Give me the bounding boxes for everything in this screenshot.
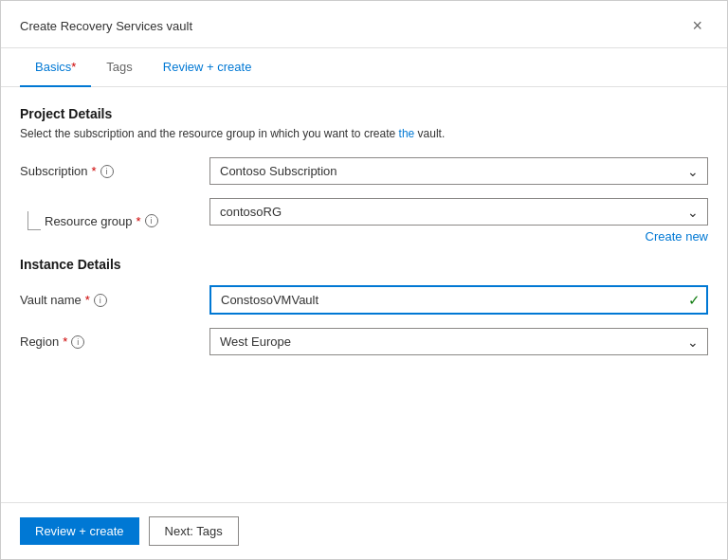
vault-name-input-wrapper: ✓ [209, 285, 708, 315]
subscription-control: Contoso Subscription [209, 157, 708, 185]
subscription-group: Subscription * i Contoso Subscription [20, 157, 708, 185]
region-dropdown[interactable]: West Europe [209, 328, 708, 355]
vault-name-label: Vault name * i [20, 293, 209, 307]
footer: Review + create Next: Tags [1, 502, 727, 559]
resource-group-group: Resource group * i contosoRG Create new [20, 198, 708, 244]
project-details-section: Project Details Select the subscription … [20, 106, 708, 244]
subscription-info-icon[interactable]: i [100, 165, 114, 178]
subscription-dropdown[interactable]: Contoso Subscription [209, 157, 708, 185]
close-button[interactable]: × [686, 14, 708, 38]
vault-name-check-icon: ✓ [688, 292, 701, 309]
resource-group-label: Resource group * i [45, 214, 158, 228]
vault-name-group: Vault name * i ✓ [20, 285, 708, 315]
tab-basics[interactable]: Basics* [20, 48, 91, 87]
project-details-title: Project Details [20, 106, 708, 121]
dialog-title: Create Recovery Services vault [20, 19, 192, 33]
vault-name-input[interactable] [209, 285, 708, 315]
resource-group-info-icon[interactable]: i [145, 214, 158, 227]
subscription-required: * [92, 164, 97, 178]
review-create-button[interactable]: Review + create [20, 517, 139, 545]
subscription-label: Subscription * i [20, 164, 209, 178]
vault-name-control: ✓ [209, 285, 708, 315]
content-area: Project Details Select the subscription … [1, 87, 727, 502]
region-group: Region * i West Europe [20, 328, 708, 355]
region-label: Region * i [20, 334, 209, 349]
tab-review-create[interactable]: Review + create [148, 48, 267, 87]
region-dropdown-wrapper: West Europe [209, 328, 708, 355]
region-control: West Europe [209, 328, 708, 355]
indent-line [27, 211, 41, 230]
tab-basics-label: Basics [35, 60, 71, 74]
highlight-text: the [399, 127, 415, 140]
tab-basics-asterisk: * [71, 60, 76, 74]
tab-tags-label: Tags [106, 60, 132, 74]
tab-review-create-label: Review + create [163, 60, 252, 74]
resource-group-dropdown-wrapper: contosoRG [209, 198, 708, 226]
region-info-icon[interactable]: i [71, 335, 84, 349]
subscription-dropdown-wrapper: Contoso Subscription [209, 157, 708, 185]
create-new-link[interactable]: Create new [209, 229, 708, 244]
instance-details-section: Instance Details Vault name * i ✓ Region [20, 257, 708, 355]
vault-name-required: * [85, 293, 90, 307]
resource-group-control: contosoRG Create new [209, 198, 708, 244]
vault-name-info-icon[interactable]: i [94, 294, 107, 307]
tab-bar: Basics* Tags Review + create [1, 48, 727, 87]
resource-group-required: * [136, 214, 141, 228]
project-details-description: Select the subscription and the resource… [20, 127, 708, 140]
tab-tags[interactable]: Tags [91, 48, 147, 87]
resource-group-indent: Resource group * i [20, 211, 209, 230]
region-required: * [63, 334, 67, 349]
instance-details-title: Instance Details [20, 257, 708, 272]
next-tags-button[interactable]: Next: Tags [149, 516, 239, 546]
resource-group-dropdown[interactable]: contosoRG [209, 198, 708, 226]
